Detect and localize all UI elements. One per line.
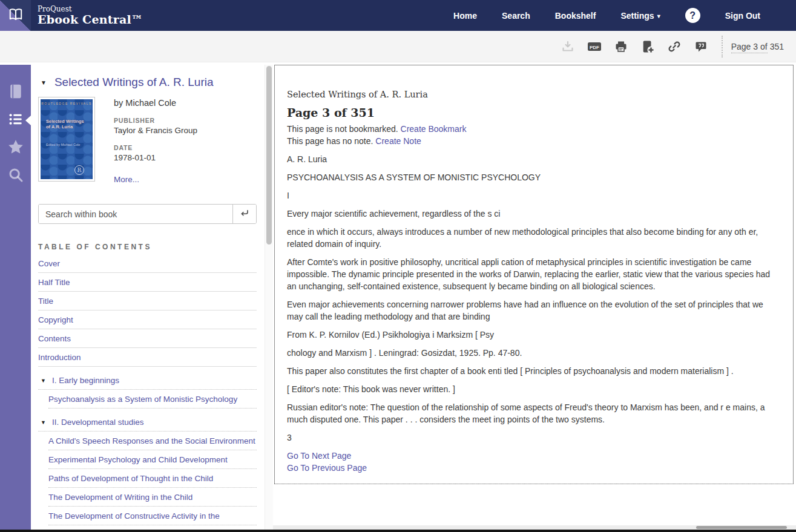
toc-item-label: Contents (38, 334, 71, 343)
horizontal-scrollbar[interactable] (273, 525, 796, 530)
open-book-icon (7, 5, 25, 26)
brand-proquest: ProQuest (38, 5, 143, 13)
caret-down-icon: ▾ (657, 13, 660, 19)
search-submit-button[interactable] (232, 205, 256, 223)
create-note-link[interactable]: Create Note (375, 136, 421, 146)
toc-item[interactable]: Copyright (38, 310, 257, 329)
note-status-line: This page has no note. Create Note (287, 135, 781, 147)
active-panel-notch (25, 116, 31, 125)
window-bottom-edge (0, 530, 796, 532)
toc-item[interactable]: Experimental Psychology and Child Develo… (48, 450, 257, 469)
ebook-central-window: ProQuest Ebook Central™ HomeSearchBooksh… (0, 0, 796, 532)
toc-item[interactable]: A Child's Speech Responses and the Socia… (48, 432, 257, 450)
book-detail-icon (7, 82, 25, 103)
toc-item[interactable]: The Development of Writing in the Child (48, 488, 257, 507)
cover-series-label: ROUTLEDGE REVIVALS (41, 102, 93, 105)
page-paragraph: Russian editor's note: The question of t… (287, 401, 781, 425)
toc-heading: TABLE OF CONTENTS (38, 243, 257, 251)
search-within-book (38, 204, 257, 224)
publisher-value: Taylor & Francis Group (114, 126, 197, 135)
toc-item-label: Experimental Psychology and Child Develo… (48, 455, 228, 464)
page-paragraph: After Comte's work in positive philosoph… (287, 256, 781, 292)
reader-doc-title: Selected Writings of A. R. Luria (287, 90, 781, 99)
nav-item-search[interactable]: Search (502, 11, 530, 21)
toc-list: CoverHalf TitleTitleCopyrightContentsInt… (38, 254, 257, 525)
panel-scrollbar-thumb[interactable] (266, 66, 272, 245)
nav-item-settings[interactable]: Settings▾ (620, 11, 660, 21)
nav-item-bookshelf[interactable]: Bookshelf (555, 11, 596, 21)
toc-item[interactable]: Psychoanalysis as a System of Monistic P… (48, 390, 257, 409)
more-link[interactable]: More... (114, 175, 139, 184)
go-previous-line: Go To Previous Page (287, 462, 781, 474)
go-to-previous-page-link[interactable]: Go To Previous Page (287, 463, 367, 473)
link-icon (667, 39, 682, 54)
annotation-button[interactable] (692, 38, 709, 55)
rail-annotations-button[interactable] (0, 134, 31, 162)
toc-item-label: Title (38, 297, 53, 306)
toc-item[interactable]: Introduction (38, 348, 257, 367)
print-icon (614, 39, 628, 54)
question-mark-icon: ? (689, 10, 696, 21)
book-panel-header[interactable]: ▼ Selected Writings of A. R. Luria (38, 76, 257, 89)
pdf-button[interactable]: PDF (586, 38, 603, 55)
book-metadata: by Michael Cole PUBLISHER Taylor & Franc… (114, 97, 197, 185)
cover-editor-text: Edited by Michael Cole (46, 143, 80, 147)
proquest-logo-tile[interactable] (0, 0, 31, 31)
book-cover-art: ROUTLEDGE REVIVALS Selected Writings of … (41, 99, 93, 179)
sign-out-wrap: Sign Out (725, 10, 760, 21)
date-value: 1978-01-01 (114, 153, 197, 162)
rail-book-detail-button[interactable] (0, 79, 31, 107)
print-button[interactable] (613, 38, 630, 55)
brand-wordmark[interactable]: ProQuest Ebook Central™ (38, 5, 143, 26)
reader-page-heading: Page 3 of 351 (287, 106, 781, 119)
top-navbar: ProQuest Ebook Central™ HomeSearchBooksh… (0, 0, 796, 31)
book-detail-row: ROUTLEDGE REVIVALS Selected Writings of … (38, 97, 257, 185)
panel-scrollbar[interactable] (265, 65, 273, 530)
toc-section[interactable]: ▼I. Early beginnings (38, 371, 257, 390)
bookmark-status-text: This page is not bookmarked. (287, 124, 398, 134)
page-indicator[interactable]: Page 3 of351 (731, 42, 784, 51)
toc-item-label: II. Developmental studies (52, 418, 144, 427)
cover-title-text: Selected Writings of A.R. Luria (46, 119, 89, 130)
note-status-text: This page has no note. (287, 136, 373, 146)
toc-section[interactable]: ▼II. Developmental studies (38, 413, 257, 432)
rail-search-button[interactable] (0, 162, 31, 190)
toc-item[interactable]: The Development of Constructive Activity… (48, 507, 257, 525)
table-of-contents-icon (7, 111, 24, 130)
horizontal-scrollbar-thumb[interactable] (696, 526, 787, 529)
toc-item[interactable]: Cover (38, 254, 257, 273)
page-paragraph: Even major achievements concerning narro… (287, 298, 781, 323)
page-paragraph: 3 (287, 432, 781, 444)
pdf-icon: PDF (587, 39, 602, 54)
collapse-triangle-icon: ▼ (41, 79, 47, 86)
page-paragraph: Every major scientific achievement, rega… (287, 208, 781, 220)
return-arrow-icon (238, 207, 251, 221)
page-indicator-label: Page 3 of (731, 42, 768, 53)
go-to-next-page-link[interactable]: Go To Next Page (287, 451, 351, 461)
add-to-bookshelf-button[interactable] (639, 38, 656, 55)
book-panel: ▼ Selected Writings of A. R. Luria ROUTL… (31, 65, 265, 530)
svg-text:PDF: PDF (590, 44, 599, 50)
download-button[interactable] (559, 38, 576, 55)
reading-pane: Selected Writings of A. R. Luria Page 3 … (274, 65, 794, 484)
toc-item-label: Paths of Development of Thought in the C… (48, 474, 213, 483)
search-within-book-input[interactable] (39, 205, 232, 223)
collapse-triangle-icon: ▼ (41, 419, 46, 425)
toc-item[interactable]: Contents (38, 329, 257, 348)
toc-item[interactable]: Half Title (38, 273, 257, 292)
toc-item[interactable]: Title (38, 292, 257, 310)
page-paragraph: [ Editor's note: This book was never wri… (287, 383, 781, 395)
toc-item-label: The Development of Constructive Activity… (48, 511, 220, 521)
brand-ebook-central: Ebook Central™ (38, 13, 143, 26)
go-next-line: Go To Next Page (287, 450, 781, 462)
left-icon-rail (0, 65, 31, 530)
rail-table-of-contents-button[interactable] (0, 107, 31, 134)
create-bookmark-link[interactable]: Create Bookmark (401, 124, 467, 134)
book-title[interactable]: Selected Writings of A. R. Luria (54, 76, 214, 89)
nav-item-home[interactable]: Home (453, 11, 477, 21)
nav-item-sign-out[interactable]: Sign Out (725, 11, 760, 21)
link-button[interactable] (666, 38, 683, 55)
help-button[interactable]: ? (685, 8, 700, 23)
page-paragraph: This paper also constitutes the first ch… (287, 365, 781, 377)
toc-item[interactable]: Paths of Development of Thought in the C… (48, 469, 257, 488)
